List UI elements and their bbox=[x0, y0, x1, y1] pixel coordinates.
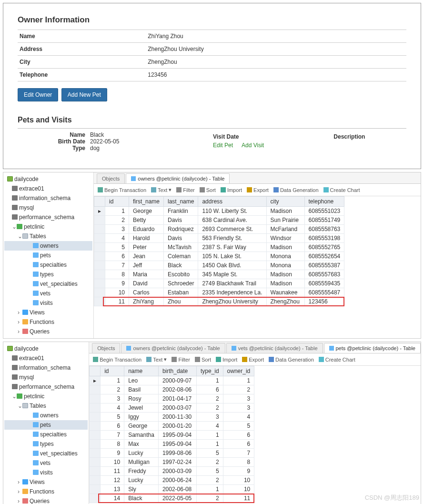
tree-table-owners[interactable]: owners bbox=[4, 241, 92, 251]
tree-connection[interactable]: dailycode bbox=[4, 344, 88, 353]
cell[interactable]: Windsor bbox=[266, 234, 304, 243]
cell[interactable]: 3 bbox=[223, 403, 254, 413]
cell[interactable]: Monona bbox=[266, 252, 304, 261]
tab-owners[interactable]: owners @petclinic (dailycode) - Table bbox=[126, 173, 230, 183]
cell[interactable]: Lucky bbox=[124, 449, 159, 458]
table-row[interactable]: 3EduardoRodriquez2693 Commerce St.McFarl… bbox=[94, 225, 344, 234]
tree-queries[interactable]: ›Queries bbox=[4, 496, 88, 504]
table-row[interactable]: 3Rosy2001-04-1723 bbox=[90, 394, 254, 403]
table-row[interactable]: 12Lucky2000-06-24210 bbox=[90, 476, 254, 485]
cell[interactable]: 8 bbox=[101, 440, 124, 449]
table-row[interactable]: 5PeterMcTavish2387 S. Fair WayMadison608… bbox=[94, 243, 344, 252]
column-header[interactable]: type_id bbox=[196, 366, 223, 376]
import-button[interactable]: Import bbox=[216, 356, 237, 363]
table-row[interactable]: 10Mulligan1997-02-2428 bbox=[90, 458, 254, 467]
cell[interactable]: McFarland bbox=[266, 225, 304, 234]
cell[interactable]: Sun Prairie bbox=[266, 216, 304, 225]
cell[interactable]: Madison bbox=[266, 207, 304, 216]
cell[interactable]: Jeff bbox=[129, 261, 164, 270]
cell[interactable]: 10 bbox=[223, 485, 254, 494]
owners-data-grid[interactable]: idfirst_namelast_nameaddresscitytelephon… bbox=[94, 196, 344, 306]
column-header[interactable]: birth_date bbox=[158, 366, 196, 376]
cell[interactable]: 9 bbox=[101, 449, 124, 458]
cell[interactable]: 5 bbox=[101, 413, 124, 422]
cell[interactable]: 3 bbox=[196, 413, 223, 422]
cell[interactable]: 6 bbox=[105, 252, 129, 261]
export-button[interactable]: Export bbox=[242, 356, 264, 363]
tree-views[interactable]: ›Views bbox=[4, 477, 88, 487]
cell[interactable]: Jean bbox=[129, 252, 164, 261]
column-header[interactable]: first_name bbox=[129, 197, 164, 207]
cell[interactable]: 1999-08-06 bbox=[158, 449, 196, 458]
table-row[interactable]: 9DavidSchroeder2749 Blackhawk TrailMadis… bbox=[94, 279, 344, 288]
cell[interactable]: David bbox=[129, 279, 164, 288]
cell[interactable]: 105 N. Lake St. bbox=[198, 252, 266, 261]
filter-button[interactable]: Filter bbox=[172, 356, 190, 363]
table-row[interactable]: 8Max1995-09-0416 bbox=[90, 440, 254, 449]
table-row[interactable]: 11Freddy2000-03-0959 bbox=[90, 467, 254, 476]
cell[interactable]: 2000-01-20 bbox=[158, 422, 196, 431]
column-header[interactable]: last_name bbox=[164, 197, 198, 207]
tree-table-types[interactable]: types bbox=[4, 439, 88, 449]
cell[interactable]: 1450 Oak Blvd. bbox=[198, 261, 266, 270]
cell[interactable]: 1995-09-04 bbox=[158, 440, 196, 449]
cell[interactable]: Madison bbox=[266, 270, 304, 279]
cell[interactable]: 11 bbox=[101, 467, 124, 476]
add-visit-link[interactable]: Add Visit bbox=[242, 142, 273, 149]
cell[interactable]: 2335 Independence La. bbox=[198, 288, 266, 297]
tree-table-visits[interactable]: visits bbox=[4, 468, 88, 477]
table-row[interactable]: 4HaroldDavis563 Friendly St.Windsor60855… bbox=[94, 234, 344, 243]
table-row[interactable]: 4Jewel2000-03-0723 bbox=[90, 403, 254, 413]
cell[interactable]: Freddy bbox=[124, 467, 159, 476]
tab-vets[interactable]: vets @petclinic (dailycode) - Table bbox=[226, 343, 323, 353]
column-header[interactable]: address bbox=[198, 197, 266, 207]
cell[interactable]: Lucky bbox=[124, 476, 159, 485]
data-generation-button[interactable]: Data Generation bbox=[273, 187, 319, 193]
cell[interactable]: 6 bbox=[223, 431, 254, 440]
column-header[interactable]: id bbox=[105, 197, 129, 207]
column-header[interactable]: id bbox=[101, 366, 124, 376]
create-chart-button[interactable]: Create Chart bbox=[323, 187, 360, 193]
table-row[interactable]: 6George2000-01-2045 bbox=[90, 422, 254, 431]
cell[interactable]: 563 Friendly St. bbox=[198, 234, 266, 243]
cell[interactable]: 2 bbox=[196, 394, 223, 403]
cell[interactable]: Davis bbox=[164, 216, 198, 225]
tree-table-vets[interactable]: vets bbox=[4, 458, 88, 468]
cell[interactable]: 1 bbox=[196, 376, 223, 385]
cell[interactable]: McTavish bbox=[164, 243, 198, 252]
cell[interactable]: 8 bbox=[105, 270, 129, 279]
tree-views[interactable]: ›Views bbox=[4, 308, 92, 317]
tree-functions[interactable]: ›Functions bbox=[4, 487, 88, 496]
column-header[interactable]: owner_id bbox=[223, 366, 254, 376]
cell[interactable]: 638 Cardinal Ave. bbox=[198, 216, 266, 225]
edit-pet-link[interactable]: Edit Pet bbox=[213, 142, 242, 149]
tree-table-types[interactable]: types bbox=[4, 270, 92, 279]
cell[interactable]: 2 bbox=[196, 458, 223, 467]
cell[interactable]: Betty bbox=[129, 216, 164, 225]
table-row[interactable]: 9Lucky1999-08-0657 bbox=[90, 449, 254, 458]
data-generation-button[interactable]: Data Generation bbox=[269, 356, 314, 363]
cell[interactable]: Waunakee bbox=[266, 288, 304, 297]
tree-table-pets[interactable]: pets bbox=[4, 420, 88, 430]
cell[interactable]: 4 bbox=[105, 234, 129, 243]
add-new-pet-button[interactable]: Add New Pet bbox=[61, 88, 107, 101]
cell[interactable]: 345 Maple St. bbox=[198, 270, 266, 279]
table-row[interactable]: ▸1Leo2000-09-0711 bbox=[90, 376, 254, 385]
cell[interactable]: 6 bbox=[196, 385, 223, 394]
cell[interactable]: Estaban bbox=[164, 288, 198, 297]
cell[interactable]: 10 bbox=[105, 288, 129, 297]
tree-db[interactable]: information_schema bbox=[4, 363, 88, 373]
cell[interactable]: Basil bbox=[124, 385, 159, 394]
cell[interactable]: 6085559435 bbox=[304, 279, 344, 288]
tree-table-vet-specialties[interactable]: vet_specialties bbox=[4, 449, 88, 458]
cell[interactable]: Leo bbox=[124, 376, 159, 385]
cell[interactable]: 2002-08-06 bbox=[158, 385, 196, 394]
tree-table-vets[interactable]: vets bbox=[4, 289, 92, 298]
cell[interactable]: 2002-06-08 bbox=[158, 485, 196, 494]
tree-db-petclinic[interactable]: ⌄petclinic bbox=[4, 222, 92, 232]
cell[interactable]: 2000-03-09 bbox=[158, 467, 196, 476]
cell[interactable]: 4 bbox=[196, 422, 223, 431]
cell[interactable]: 2000-06-24 bbox=[158, 476, 196, 485]
cell[interactable]: 1 bbox=[196, 440, 223, 449]
tree-db[interactable]: performance_schema bbox=[4, 212, 92, 222]
